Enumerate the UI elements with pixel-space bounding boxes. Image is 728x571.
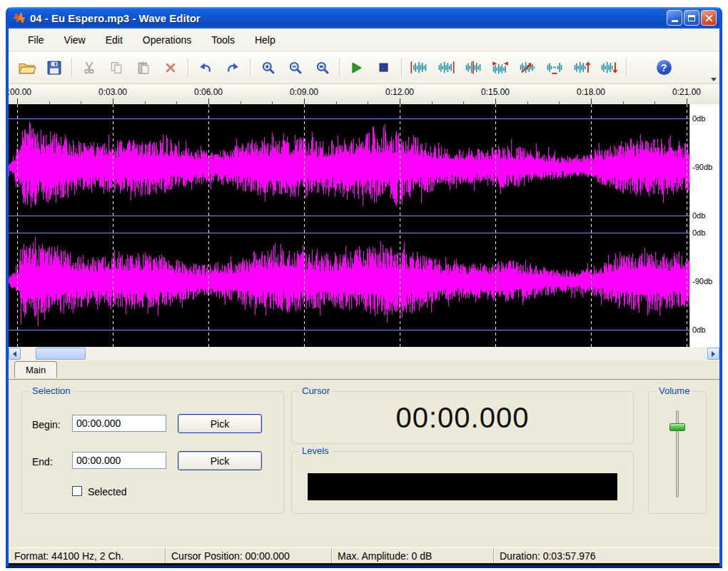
- toolbar-separator: [623, 57, 630, 79]
- wave-amplify-up-icon: [573, 61, 590, 74]
- wave-select-start-button[interactable]: [406, 55, 432, 81]
- redo-button[interactable]: [220, 55, 246, 81]
- wave-split-button[interactable]: [460, 55, 486, 81]
- menu-file[interactable]: File: [19, 31, 54, 49]
- waveform-canvas[interactable]: [9, 104, 689, 347]
- wave-select-start-icon: [410, 61, 428, 74]
- status-duration: Duration: 0:03:57.976: [494, 548, 719, 563]
- cursor-group-title: Cursor: [299, 385, 333, 396]
- cursor-group: Cursor 00:00.000: [291, 391, 634, 444]
- help-button[interactable]: ?: [651, 55, 677, 81]
- db-label: -90db: [692, 163, 712, 171]
- ruler-label: 0:18.00: [577, 87, 605, 97]
- copy-button[interactable]: [103, 55, 129, 81]
- open-button[interactable]: [14, 55, 40, 81]
- menu-view[interactable]: View: [55, 31, 95, 49]
- volume-slider-thumb[interactable]: [669, 423, 685, 431]
- ruler-label: 0:12.00: [385, 87, 414, 97]
- delete-button[interactable]: [158, 55, 183, 81]
- toolbar-overflow-chevron-icon[interactable]: [711, 78, 717, 81]
- play-button[interactable]: [344, 55, 370, 81]
- toolbar: ?: [9, 51, 719, 84]
- horizontal-scrollbar[interactable]: [9, 347, 719, 360]
- begin-input[interactable]: [72, 415, 166, 432]
- cut-scissors-icon: [83, 61, 96, 74]
- wave-split-icon: [465, 61, 482, 74]
- menu-operations[interactable]: Operations: [133, 31, 201, 49]
- save-button[interactable]: [41, 55, 67, 81]
- tab-row: Main: [9, 360, 719, 379]
- wave-select-end-button[interactable]: [433, 55, 459, 81]
- selection-group: Selection Begin: Pick End: Pick Selected: [21, 391, 284, 514]
- toolbar-separator: [336, 57, 343, 79]
- help-icon: ?: [657, 60, 672, 75]
- open-folder-icon: [19, 61, 36, 75]
- volume-group-title: Volume: [656, 385, 692, 396]
- ruler-label: 0:06.00: [194, 87, 223, 97]
- title-bar: 04 - Eu Espero.mp3 - Wave Editor: [9, 7, 719, 29]
- zoom-all-button[interactable]: [309, 55, 335, 81]
- scrollbar-thumb[interactable]: [36, 348, 86, 360]
- scroll-right-arrow-icon: [712, 351, 715, 357]
- cursor-time-display: 00:00.000: [292, 392, 633, 443]
- menu-help[interactable]: Help: [246, 31, 285, 49]
- play-icon: [350, 61, 363, 74]
- paste-button[interactable]: [131, 55, 156, 81]
- ruler-label: 0:15.00: [481, 87, 510, 97]
- minimize-button[interactable]: [667, 10, 682, 26]
- wave-silence-icon: [546, 61, 563, 74]
- status-format: Format: 44100 Hz, 2 Ch.: [9, 548, 166, 563]
- zoom-out-button[interactable]: [282, 55, 308, 81]
- ruler-label: 0:00.00: [9, 87, 31, 97]
- db-label: 0db: [692, 325, 705, 334]
- maximize-icon: [688, 15, 695, 21]
- wave-trim-button[interactable]: [487, 55, 513, 81]
- begin-label: Begin:: [32, 419, 61, 430]
- time-ruler[interactable]: 0:00.00 0:03.00 0:06.00 0:09.00 0:12.00 …: [9, 84, 719, 104]
- selection-group-title: Selection: [29, 385, 73, 396]
- window-title: 04 - Eu Espero.mp3 - Wave Editor: [30, 12, 667, 24]
- levels-meter: [308, 473, 617, 500]
- wave-mix-button[interactable]: [515, 55, 540, 81]
- wave-mix-icon: [519, 61, 536, 74]
- menu-edit[interactable]: Edit: [96, 31, 132, 49]
- status-max-amplitude: Max. Amplitude: 0 dB: [332, 548, 494, 563]
- zoom-in-icon: [261, 61, 275, 74]
- scroll-left-button[interactable]: [9, 348, 21, 360]
- toolbar-separator: [69, 57, 75, 79]
- end-input[interactable]: [72, 452, 166, 469]
- wave-silence-button[interactable]: [542, 55, 567, 81]
- scroll-right-button[interactable]: [707, 348, 719, 360]
- selected-checkbox-label: Selected: [88, 486, 126, 497]
- status-bar: Format: 44100 Hz, 2 Ch. Cursor Position:…: [9, 547, 719, 565]
- toolbar-separator: [185, 57, 191, 79]
- app-icon[interactable]: [13, 11, 26, 24]
- db-label: -90db: [692, 277, 712, 286]
- wave-trim-icon: [492, 61, 509, 74]
- cut-button[interactable]: [76, 55, 102, 81]
- volume-group: Volume: [648, 391, 707, 514]
- delete-x-icon: [164, 61, 177, 74]
- tab-main[interactable]: Main: [14, 361, 57, 378]
- app-window: 04 - Eu Espero.mp3 - Wave Editor File Vi…: [6, 7, 722, 568]
- selected-checkbox[interactable]: [72, 486, 82, 496]
- maximize-button[interactable]: [684, 10, 699, 26]
- zoom-in-button[interactable]: [255, 55, 280, 81]
- scroll-left-arrow-icon: [13, 351, 16, 357]
- menu-tools[interactable]: Tools: [202, 31, 244, 49]
- close-button[interactable]: [701, 10, 717, 26]
- close-icon: [705, 14, 713, 22]
- ruler-label: 0:03.00: [98, 87, 127, 97]
- stop-icon: [378, 61, 390, 74]
- paste-clipboard-icon: [137, 61, 150, 74]
- wave-attenuate-button[interactable]: [596, 55, 622, 81]
- end-label: End:: [32, 456, 53, 468]
- pick-begin-button[interactable]: Pick: [178, 414, 262, 433]
- undo-button[interactable]: [193, 55, 218, 81]
- stop-button[interactable]: [371, 55, 397, 81]
- ruler-label: 0:21.00: [672, 87, 701, 97]
- wave-amplify-button[interactable]: [569, 55, 595, 81]
- levels-group: Levels: [291, 451, 634, 514]
- wave-attenuate-down-icon: [600, 61, 617, 74]
- pick-end-button[interactable]: Pick: [178, 451, 262, 470]
